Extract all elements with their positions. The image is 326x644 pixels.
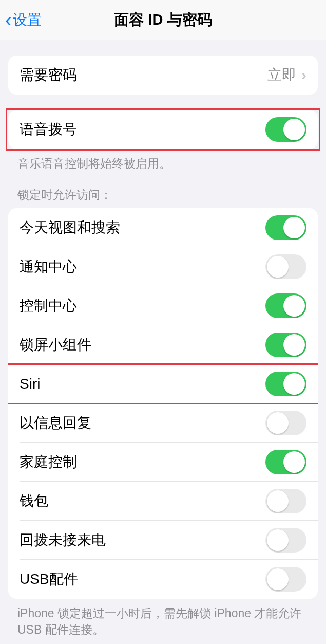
lock-access-row-home-control: 家庭控制 (8, 443, 318, 482)
lock-access-row-reply-with-message: 以信息回复 (8, 403, 318, 443)
control-center-toggle[interactable] (265, 293, 306, 318)
nav-header: ‹ 设置 面容 ID 与密码 (0, 0, 326, 40)
usb-accessories-toggle[interactable] (265, 567, 306, 592)
back-label: 设置 (13, 10, 42, 30)
lock-access-row-return-missed-calls: 回拨未接来电 (8, 521, 318, 560)
lock-access-row-today-view: 今天视图和搜索 (8, 208, 318, 247)
row-label: 控制中心 (20, 296, 77, 316)
require-passcode-row[interactable]: 需要密码 立即 › (8, 56, 318, 95)
lock-access-row-lock-screen-widgets: 锁屏小组件 (8, 325, 318, 364)
back-button[interactable]: ‹ 设置 (5, 10, 42, 30)
row-label: USB配件 (20, 569, 78, 589)
chevron-left-icon: ‹ (5, 10, 12, 30)
home-control-toggle[interactable] (265, 450, 306, 474)
voice-dial-section: 语音拨号 (8, 110, 318, 149)
chevron-right-icon: › (301, 67, 306, 83)
row-label: Siri (20, 376, 40, 392)
notification-center-toggle[interactable] (265, 254, 306, 279)
today-view-toggle[interactable] (265, 215, 306, 240)
lock-screen-widgets-toggle[interactable] (265, 333, 306, 357)
siri-toggle[interactable] (265, 372, 306, 396)
passcode-section: 需要密码 立即 › (8, 56, 318, 95)
lock-access-row-control-center: 控制中心 (8, 286, 318, 325)
row-label: 锁屏小组件 (20, 335, 91, 355)
row-label: 语音拨号 (20, 120, 77, 139)
row-label: 钱包 (20, 491, 48, 511)
lock-access-row-siri: Siri (8, 364, 318, 403)
row-label: 需要密码 (20, 65, 77, 85)
return-missed-calls-toggle[interactable] (265, 528, 306, 553)
row-label: 家庭控制 (20, 452, 77, 472)
row-label: 以信息回复 (20, 413, 91, 433)
voice-dial-toggle[interactable] (265, 117, 306, 142)
voice-dial-footer: 音乐语音控制将始终被启用。 (0, 149, 326, 172)
lock-access-row-wallet: 钱包 (8, 482, 318, 521)
page-title: 面容 ID 与密码 (0, 10, 326, 30)
reply-with-message-toggle[interactable] (265, 411, 306, 435)
row-label: 今天视图和搜索 (20, 218, 120, 237)
lock-access-section: 今天视图和搜索通知中心控制中心锁屏小组件Siri以信息回复家庭控制钱包回拨未接来… (8, 208, 318, 599)
lock-access-header: 锁定时允许访问： (0, 172, 326, 208)
row-value: 立即 (267, 65, 296, 85)
row-label: 回拨未接来电 (20, 530, 106, 550)
row-label: 通知中心 (20, 257, 77, 277)
lock-access-footer: iPhone 锁定超过一小时后，需先解锁 iPhone 才能允许 USB 配件连… (0, 599, 326, 638)
lock-access-row-notification-center: 通知中心 (8, 247, 318, 286)
lock-access-row-usb-accessories: USB配件 (8, 560, 318, 599)
wallet-toggle[interactable] (265, 489, 306, 513)
voice-dial-row: 语音拨号 (8, 110, 318, 149)
